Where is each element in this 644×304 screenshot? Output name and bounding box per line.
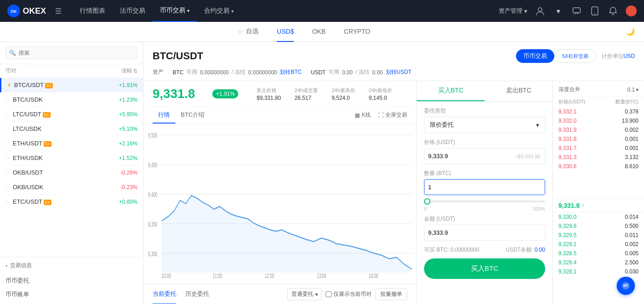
- depth-mid-price: 9,331.8 ↑: [553, 199, 644, 212]
- bid-row-2[interactable]: 9,329.6 0.500: [553, 222, 644, 231]
- dropdown-arrow-icon: ▾: [536, 122, 539, 129]
- theme-toggle[interactable]: 🌙: [626, 27, 635, 36]
- current-pair-check[interactable]: [326, 291, 332, 297]
- bid-row-5[interactable]: 9,328.5 0.005: [553, 249, 644, 258]
- star-eth-usdk[interactable]: ☆: [5, 155, 10, 161]
- star-okb-usdt[interactable]: ☆: [5, 170, 10, 175]
- logo[interactable]: OK OKEX: [7, 5, 46, 17]
- pair-item-eth-usdt[interactable]: ☆ ETH/USDT5X +2.16%: [0, 136, 143, 151]
- pair-item-btc-usdk[interactable]: ☆ BTC/USDK +1.23%: [0, 93, 143, 107]
- ask-row-2[interactable]: 9,332.0 13.900: [553, 116, 644, 125]
- tab-market[interactable]: 行情: [153, 107, 175, 124]
- user-arrow-icon[interactable]: ▾: [553, 5, 564, 16]
- mobile-icon[interactable]: [589, 5, 600, 16]
- pair-item-ltc-usdt[interactable]: ☆ LTC/USDT5X +5.95%: [0, 107, 143, 122]
- subnav-favorites[interactable]: ☆ 自选: [237, 22, 259, 42]
- current-pair-checkbox[interactable]: 仅展示当前币对: [326, 290, 372, 298]
- pair-item-etc-usdt[interactable]: ☆ ETC/USDT5X +0.80%: [0, 195, 143, 209]
- bid-row-4[interactable]: 9,329.1 0.002: [553, 240, 644, 249]
- subnav-crypto[interactable]: CRYPTO: [344, 22, 370, 42]
- notification-icon[interactable]: [608, 5, 618, 16]
- order-form: 委托类型 限价委托 ▾ 价格 (USDT) ≈$9,333.90: [417, 102, 552, 304]
- sidebar-links: 币币委托 币币账单: [0, 271, 143, 304]
- nav-futures[interactable]: 合约交易 ▾: [197, 0, 241, 22]
- tab-history-orders[interactable]: 历史委托: [185, 284, 209, 304]
- ask-row-5[interactable]: 9,331.7 0.001: [553, 144, 644, 153]
- bid-row-1[interactable]: 9,330.0 0.014: [553, 212, 644, 222]
- chart-panel: 9,331.8 +1.91% 美元价格 $9,331.80 24h成交量 26,…: [143, 81, 416, 304]
- buy-btc-button[interactable]: 买入BTC: [424, 258, 545, 279]
- sort-icon[interactable]: ⇅: [133, 68, 138, 74]
- btc-asset-label: BTC: [173, 69, 184, 76]
- pair-item-okb-usdt[interactable]: ☆ OKB/USDT -0.26%: [0, 165, 143, 180]
- sidebar-link-orders[interactable]: 币币委托: [5, 274, 138, 288]
- star-ltc-usdt[interactable]: ☆: [5, 111, 10, 117]
- search-input[interactable]: [5, 46, 138, 59]
- chat-icon[interactable]: [571, 5, 582, 16]
- order-type-select[interactable]: 普通委托 ▾: [287, 288, 322, 300]
- ask-row-6[interactable]: 9,331.3 3.132: [553, 153, 644, 162]
- nav-spot-trading[interactable]: 币币交易 ▾: [153, 0, 197, 22]
- tab-current-orders[interactable]: 当前委托: [153, 284, 176, 304]
- tab-intro[interactable]: BTC介绍: [175, 107, 210, 124]
- pair-item-btc-usdt[interactable]: ★ BTC/USDT5X +1.91%: [0, 78, 143, 93]
- svg-point-5: [594, 13, 595, 14]
- chat-button[interactable]: [617, 277, 635, 295]
- qty-row-form: 数量 (BTC): [424, 170, 545, 195]
- price-input[interactable]: [424, 149, 511, 164]
- tab-buy-btc[interactable]: 买入BTC: [417, 81, 485, 101]
- usdt-asset-label: USDT: [311, 69, 326, 76]
- subnav-okb[interactable]: OKB: [312, 22, 326, 42]
- asset-info-row: 资产 BTC 可用 0.00000000 / 冻结 0.00000000 划转B…: [153, 68, 635, 81]
- star-icon: ☆: [237, 28, 243, 35]
- star-etc-usdt[interactable]: ☆: [5, 199, 10, 205]
- star-eth-usdt[interactable]: ☆: [5, 140, 10, 146]
- nav-market-chart[interactable]: 行情图表: [72, 0, 112, 22]
- bid-row-6[interactable]: 9,328.4 2.500: [553, 258, 644, 267]
- amount-row-form: 金额 (USDT): [424, 215, 545, 241]
- asset-management[interactable]: 资产管理 ▾: [499, 7, 527, 15]
- search-box: 🔍: [0, 42, 143, 64]
- ask-row-3[interactable]: 9,331.9 0.002: [553, 125, 644, 134]
- subnav-usd[interactable]: USD$: [277, 22, 294, 42]
- user-icon[interactable]: [535, 5, 546, 16]
- available-row: 可买 BTC: 0.00000000 USDT余额: 0.00: [424, 246, 545, 254]
- bid-row-3[interactable]: 9,329.5 0.011: [553, 231, 644, 240]
- svg-point-2: [538, 8, 542, 11]
- depth-merge-select[interactable]: 0.1 ▾: [627, 87, 639, 93]
- spot-trading-button[interactable]: 币币交易: [516, 49, 554, 63]
- pair-item-eth-usdk[interactable]: ☆ ETH/USDK +1.52%: [0, 151, 143, 165]
- qty-input[interactable]: [424, 180, 545, 195]
- pair-item-ltc-usdk[interactable]: ☆ LTC/USDK +5.10%: [0, 122, 143, 136]
- star-ltc-usdk[interactable]: ☆: [5, 126, 10, 132]
- depth-asks: 9,332.1 0.378 9,332.0 13.900 9,331.9 0.0…: [553, 107, 644, 199]
- ask-row-1[interactable]: 9,332.1 0.378: [553, 107, 644, 116]
- nav-fiat[interactable]: 法币交易: [112, 0, 153, 22]
- main-area: 🔍 币对 涨幅 ⇅ ★ BTC/USDT5X +1.91% ☆ BTC/USDK…: [0, 42, 644, 304]
- kline-action[interactable]: ▦ K线: [355, 111, 371, 119]
- bid-row-7[interactable]: 9,328.1 0.030: [553, 267, 644, 276]
- slider-thumb[interactable]: [424, 198, 430, 205]
- sidebar-link-bills[interactable]: 币币账单: [5, 288, 138, 301]
- fullscreen-action[interactable]: ⛶ 全屏交易: [378, 111, 407, 119]
- svg-text:9,450: 9,450: [148, 161, 158, 169]
- svg-text:9,500: 9,500: [148, 131, 158, 139]
- batch-cancel-button[interactable]: 批量撤单: [375, 288, 407, 300]
- transfer-usdt-link[interactable]: 划转USDT: [386, 68, 412, 76]
- leverage-trading-button[interactable]: 5X杠杆交易: [554, 49, 596, 63]
- transfer-btc-link[interactable]: 划转BTC: [280, 68, 302, 76]
- order-type-dropdown[interactable]: 限价委托 ▾: [424, 117, 545, 133]
- pair-item-okb-usdk[interactable]: ☆ OKB/USDK -0.23%: [0, 180, 143, 195]
- star-okb-usdk[interactable]: ☆: [5, 184, 10, 190]
- asset-arrow: ▾: [524, 8, 527, 15]
- tab-sell-btc[interactable]: 卖出BTC: [485, 81, 552, 101]
- hamburger-menu[interactable]: ☰: [55, 7, 61, 15]
- user-avatar[interactable]: [626, 5, 637, 16]
- star-btc-usdk[interactable]: ☆: [5, 97, 10, 103]
- usdt-balance-value[interactable]: 0.00: [535, 247, 545, 253]
- star-btc-usdt[interactable]: ★: [7, 82, 11, 88]
- svg-text:9,300: 9,300: [148, 250, 158, 258]
- ask-row-7[interactable]: 9,330.6 8.610: [553, 162, 644, 171]
- amount-input[interactable]: [424, 225, 545, 240]
- ask-row-4[interactable]: 9,331.8 0.001: [553, 134, 644, 144]
